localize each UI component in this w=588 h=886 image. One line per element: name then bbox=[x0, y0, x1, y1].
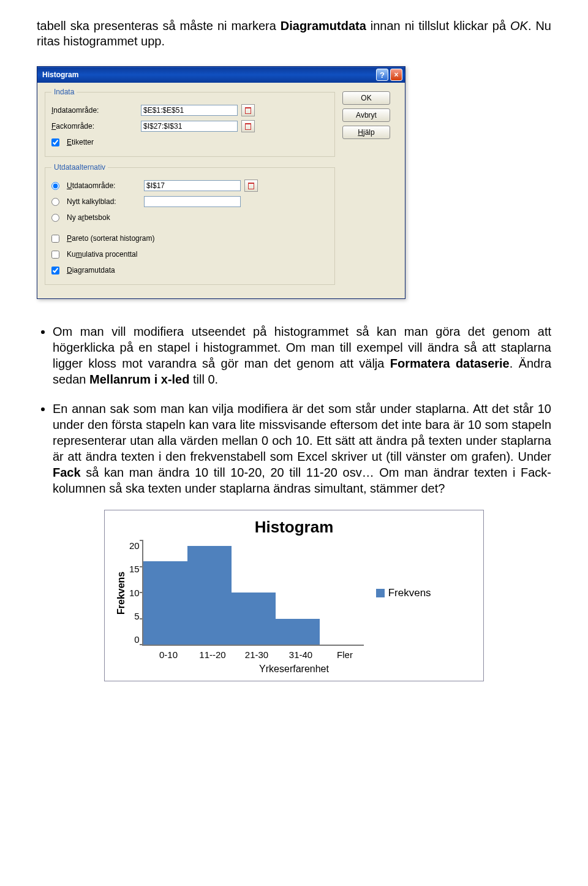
chart-xlabels: 0-1011--2021-3031-40Fler bbox=[146, 649, 367, 660]
chart-bar bbox=[187, 546, 232, 645]
utdata-refselect-button[interactable] bbox=[244, 180, 258, 192]
diagramutdata-checkbox[interactable] bbox=[51, 267, 59, 275]
help-button[interactable]: Hjälp bbox=[342, 126, 390, 139]
ytick-label: 20 bbox=[129, 540, 140, 551]
indata-legend: Indata bbox=[51, 88, 77, 96]
dialog-titlebar[interactable]: Histogram ? × bbox=[37, 67, 405, 83]
utdata-group: Utdataalternativ Utdataområde: Nytt kalk… bbox=[45, 163, 335, 285]
indata-input[interactable] bbox=[141, 105, 238, 116]
kumulativa-label: Kumulativa procenttal bbox=[67, 250, 137, 259]
nyarbetsbok-radio[interactable] bbox=[51, 214, 59, 222]
utdata-legend: Utdataalternativ bbox=[51, 163, 108, 172]
xtick-label: 11--20 bbox=[190, 649, 235, 660]
ytick-label: 15 bbox=[129, 564, 140, 574]
bullet-2: En annan sak som man kan vilja modifiera… bbox=[53, 401, 551, 496]
chart-plot-area bbox=[142, 540, 364, 646]
chart-bar bbox=[232, 593, 276, 645]
chart-bar bbox=[276, 619, 320, 645]
histogram-dialog: Histogram ? × Indata Indataområde: Facko… bbox=[37, 66, 405, 299]
xtick-label: 31-40 bbox=[279, 649, 323, 660]
utdata-input[interactable] bbox=[144, 180, 241, 191]
intro-text2: innan ni tillslut klickar på bbox=[366, 19, 510, 32]
intro-text: tabell ska presenteras så måste ni marke… bbox=[37, 19, 281, 32]
indata-label: Indataområde: bbox=[51, 106, 137, 115]
nyttkalkylblad-label: Nytt kalkylblad: bbox=[67, 197, 140, 206]
intro-bold: Diagramutdata bbox=[281, 19, 366, 32]
xtick-label: 0-10 bbox=[146, 649, 190, 660]
titlebar-help-button[interactable]: ? bbox=[376, 69, 388, 81]
dialog-title: Histogram bbox=[42, 70, 78, 79]
ok-button[interactable]: OK bbox=[342, 91, 390, 105]
kumulativa-checkbox[interactable] bbox=[51, 251, 59, 259]
diagramutdata-label: Diagramutdata bbox=[67, 266, 115, 275]
ytick-label: 10 bbox=[129, 588, 140, 598]
ytick-label: 5 bbox=[134, 611, 139, 621]
legend-label: Frekvens bbox=[388, 587, 431, 599]
fack-refselect-button[interactable] bbox=[241, 120, 255, 132]
nyttkalkylblad-radio[interactable] bbox=[51, 198, 59, 206]
indata-refselect-button[interactable] bbox=[241, 104, 255, 116]
utdataomrade-label: Utdataområde: bbox=[67, 181, 140, 190]
indata-group: Indata Indataområde: Fackområde: Etikett… bbox=[45, 88, 335, 157]
intro-paragraph: tabell ska presenteras så måste ni marke… bbox=[37, 18, 551, 49]
chart-ylabel: Frekvens bbox=[113, 540, 129, 646]
xtick-label: Fler bbox=[323, 649, 367, 660]
utdataomrade-radio[interactable] bbox=[51, 182, 59, 190]
titlebar-close-button[interactable]: × bbox=[390, 69, 402, 81]
histogram-chart: Histogram Frekvens 20151050 Frekvens 0-1… bbox=[104, 510, 484, 681]
bullet-1: Om man vill modifiera utseendet på histo… bbox=[53, 324, 551, 387]
cancel-button[interactable]: Avbryt bbox=[342, 108, 390, 122]
pareto-label: Pareto (sorterat histogram) bbox=[67, 234, 154, 243]
chart-title: Histogram bbox=[113, 518, 475, 537]
legend-swatch-icon bbox=[376, 589, 385, 597]
etiketter-checkbox[interactable] bbox=[51, 138, 59, 146]
chart-legend: Frekvens bbox=[376, 587, 431, 599]
chart-bar bbox=[143, 561, 187, 645]
ytick-label: 0 bbox=[134, 634, 139, 645]
nyttkalkylblad-input[interactable] bbox=[144, 196, 241, 207]
nyarbetsbok-label: Ny arbetsbok bbox=[67, 213, 110, 222]
etiketter-label: Etiketter bbox=[67, 138, 94, 146]
xtick-label: 21-30 bbox=[235, 649, 279, 660]
intro-italic: OK bbox=[510, 19, 528, 32]
chart-xlabel: Yrkeserfarenhet bbox=[113, 664, 475, 675]
fack-label: Fackområde: bbox=[51, 122, 137, 131]
fack-input[interactable] bbox=[141, 121, 238, 132]
pareto-checkbox[interactable] bbox=[51, 235, 59, 243]
